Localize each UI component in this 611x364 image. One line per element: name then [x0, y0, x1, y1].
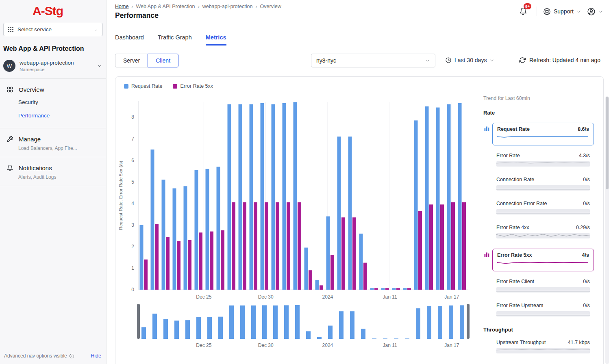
svg-text:Jan 11: Jan 11: [383, 294, 397, 300]
trend-row-error-rate-client[interactable]: Error Rate Client0/s: [496, 279, 590, 292]
trend-metric-label: Connection Error Rate: [496, 201, 547, 206]
service-title: Web App & API Protection: [3, 45, 103, 52]
time-range-selector[interactable]: Last 30 days: [445, 57, 494, 63]
tab-metrics[interactable]: Metrics: [206, 34, 226, 46]
trend-metric-value: 4/s: [582, 252, 589, 258]
trend-row-connection-rate[interactable]: Connection Rate0/s: [496, 177, 590, 191]
sparkline-band: [496, 233, 590, 238]
sidebar-item-notifications[interactable]: Notifications: [0, 162, 106, 174]
trend-metric-label: Connection Rate: [496, 177, 534, 182]
namespace-selector[interactable]: W webapp-api-protection Namespace: [0, 59, 106, 79]
sparkline-band: [496, 161, 590, 167]
sidebar-item-label: Notifications: [19, 165, 52, 171]
sparkline: [496, 287, 590, 292]
overview-grid-icon: [7, 86, 13, 93]
tabs: Dashboard Traffic Graph Metrics: [115, 34, 226, 46]
breadcrumb-separator-icon: ›: [198, 4, 200, 9]
mini-bar-chart-icon: [484, 126, 489, 131]
sidebar-item-manage[interactable]: Manage: [0, 133, 106, 145]
sidebar-item-security[interactable]: Security: [0, 95, 106, 109]
sparkline: [496, 233, 590, 238]
hide-link[interactable]: Hide: [91, 353, 101, 359]
server-button[interactable]: Server: [115, 54, 148, 67]
chevron-down-icon: [97, 63, 102, 68]
svg-text:4: 4: [131, 201, 134, 206]
sparkline-band: [496, 311, 590, 316]
apps-grid-icon: [8, 26, 14, 32]
svg-text:Request Rate, Error Rate 5xx (: Request Rate, Error Rate 5xx (/s): [118, 161, 123, 230]
chevron-down-icon: [576, 9, 581, 14]
header-actions: 9+ Support: [518, 6, 603, 16]
vertical-scrollbar[interactable]: [605, 96, 609, 364]
clock-icon: [445, 57, 452, 63]
sparkline: [497, 135, 588, 141]
notifications-bell-button[interactable]: 9+: [518, 6, 531, 16]
trend-row-request-rate[interactable]: Request Rate8.6/s: [492, 123, 594, 145]
trend-rows: RateRequest Rate8.6/sError Rate4.3/sConn…: [483, 110, 596, 353]
sidebar-item-performance[interactable]: Performance: [0, 109, 106, 122]
trend-row-error-rate-4xx[interactable]: Error Rate 4xx0.29/s: [496, 225, 590, 238]
support-button[interactable]: Support: [543, 8, 581, 15]
support-label: Support: [554, 8, 574, 15]
tab-dashboard[interactable]: Dashboard: [115, 34, 144, 46]
namespace-avatar: W: [3, 60, 15, 72]
trend-metric-value: 4.3/s: [579, 153, 590, 158]
legend-label: Request Rate: [131, 83, 162, 89]
tab-traffic-graph[interactable]: Traffic Graph: [158, 34, 192, 46]
trend-row-error-rate-upstream[interactable]: Error Rate Upstream0/s: [496, 303, 590, 316]
service-selector[interactable]: Select service: [3, 23, 103, 36]
trend-metric-label: Error Rate Upstream: [496, 303, 543, 308]
breadcrumb: Home › Web App & API Protection › webapp…: [115, 4, 281, 9]
sparkline-band: [496, 185, 590, 191]
trend-row-error-rate[interactable]: Error Rate4.3/s: [496, 153, 590, 167]
client-button[interactable]: Client: [148, 54, 178, 67]
header-divider: [537, 6, 537, 16]
brand-logo[interactable]: A-Stg: [0, 4, 106, 18]
breadcrumb-home[interactable]: Home: [115, 4, 128, 9]
chart-legend: Request Rate Error Rate 5xx: [124, 83, 213, 89]
trend-row-error-rate-5xx[interactable]: Error Rate 5xx4/s: [492, 249, 594, 271]
timeline-brush-chart[interactable]: Dec 25Dec 302024Jan 11Jan 17: [115, 303, 473, 350]
trend-metric-value: 8.6/s: [578, 126, 589, 132]
svg-text:Jan 17: Jan 17: [444, 342, 459, 348]
site-selector[interactable]: ny8-nyc: [311, 54, 435, 67]
sparkline: [496, 311, 590, 316]
svg-text:3: 3: [131, 222, 134, 228]
legend-label: Error Rate 5xx: [180, 83, 213, 89]
svg-text:Dec 25: Dec 25: [196, 342, 211, 348]
sparkline: [496, 348, 590, 353]
svg-text:7: 7: [131, 136, 134, 142]
legend-error-rate-5xx[interactable]: Error Rate 5xx: [173, 83, 213, 89]
trend-metric-label: Request Rate: [497, 126, 530, 132]
svg-text:6: 6: [131, 158, 134, 163]
chevron-down-icon: [93, 27, 98, 32]
service-selector-label: Select service: [17, 26, 52, 32]
support-lifebuoy-icon: [543, 8, 551, 15]
trend-row-connection-error-rate[interactable]: Connection Error Rate0/s: [496, 201, 590, 214]
request-error-rate-bar-chart[interactable]: Dec 25Dec 302024Jan 11Jan 17012345678Req…: [115, 96, 473, 301]
legend-request-rate[interactable]: Request Rate: [124, 83, 162, 89]
trend-metric-value: 41.7 kbps: [568, 340, 590, 345]
svg-text:8: 8: [131, 114, 134, 120]
user-account-icon: [587, 7, 596, 16]
bell-icon: [7, 165, 13, 171]
sidebar-item-overview[interactable]: Overview: [0, 84, 106, 95]
account-menu-button[interactable]: [587, 7, 603, 16]
trend-metric-label: Error Rate 5xx: [497, 252, 532, 258]
chevron-down-icon: [489, 58, 494, 63]
trend-row-upstream-throughput[interactable]: Upstream Throughput41.7 kbps: [496, 340, 590, 353]
scrollbar-thumb[interactable]: [606, 97, 609, 189]
svg-text:0: 0: [131, 287, 134, 292]
controls-bar: Server Client ny8-nyc Last 30 days Refre…: [115, 54, 604, 67]
namespace-name: webapp-api-protection: [20, 60, 74, 66]
brush-handle-left[interactable]: [137, 304, 140, 339]
sidebar-nav: Overview Security Performance Manage Loa…: [0, 79, 106, 186]
breadcrumb-item[interactable]: Overview: [260, 4, 281, 9]
svg-text:Dec 25: Dec 25: [196, 294, 211, 300]
mini-bar-chart-icon: [484, 252, 489, 257]
breadcrumb-item[interactable]: webapp-api-protection: [202, 4, 253, 9]
breadcrumb-item[interactable]: Web App & API Protection: [136, 4, 195, 9]
svg-text:2: 2: [131, 244, 134, 249]
brush-handle-right[interactable]: [467, 304, 470, 339]
refresh-button[interactable]: Refresh: Updated 4 min ago: [519, 57, 600, 63]
